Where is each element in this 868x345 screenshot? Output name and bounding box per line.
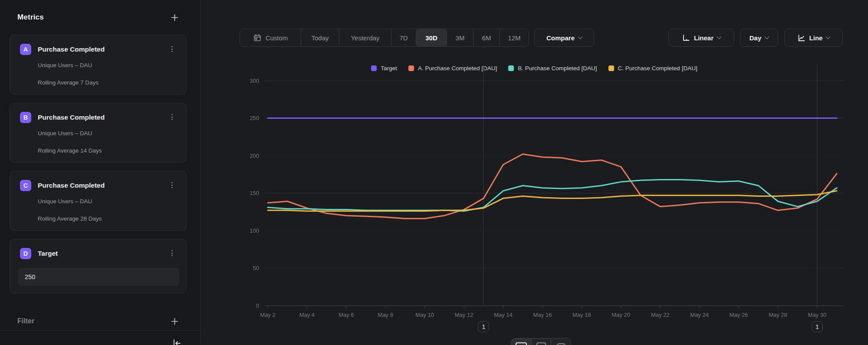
svg-text:May 18: May 18	[572, 312, 591, 318]
large-rect-icon	[516, 342, 527, 345]
filter-section-header: Filter	[17, 316, 179, 326]
small-rect-icon	[557, 343, 565, 345]
metric-badge: C	[20, 180, 31, 191]
svg-text:May 6: May 6	[339, 312, 354, 318]
metric-badge: A	[20, 44, 31, 55]
target-title: Target	[38, 250, 58, 257]
metric-measure: Unique Users – DAU	[38, 62, 92, 68]
metric-title: Purchase Completed	[38, 182, 105, 189]
metric-transform: Rolling Average 28 Days	[38, 215, 102, 222]
filter-label: Filter	[17, 317, 34, 325]
sidebar-header: Metrics	[17, 12, 179, 23]
chart-panel: Custom Today Yesterday 7D 30D 3M 6M 12M …	[201, 0, 868, 345]
metric-card-b[interactable]: B Purchase Completed Unique Users – DAU …	[10, 103, 187, 163]
chart-size-control	[511, 338, 571, 345]
target-value-input[interactable]	[18, 268, 179, 286]
svg-text:May 2: May 2	[260, 312, 275, 318]
svg-text:May 12: May 12	[455, 312, 473, 318]
metric-measure: Unique Users – DAU	[38, 130, 92, 137]
svg-text:May 8: May 8	[378, 312, 393, 318]
svg-text:May 30: May 30	[808, 312, 827, 318]
kebab-menu-icon[interactable]	[169, 181, 175, 189]
svg-text:May 26: May 26	[730, 312, 748, 318]
svg-text:May 10: May 10	[415, 312, 434, 318]
chart-size-medium-button[interactable]	[531, 338, 551, 345]
metric-card-a[interactable]: A Purchase Completed Unique Users – DAU …	[10, 35, 187, 94]
kebab-menu-icon[interactable]	[169, 45, 175, 53]
medium-rect-icon	[536, 342, 546, 345]
svg-text:May 16: May 16	[533, 312, 552, 318]
dashboard: { "colors": { "accent_purple": "#7A5AF8"…	[0, 0, 868, 345]
kebab-menu-icon[interactable]	[169, 113, 175, 121]
metric-transform: Rolling Average 14 Days	[38, 147, 102, 154]
add-metric-button[interactable]	[170, 13, 179, 22]
chart-size-large-button[interactable]	[511, 338, 531, 345]
metric-title: Purchase Completed	[38, 114, 105, 121]
svg-text:May 24: May 24	[690, 312, 709, 318]
metric-transform: Rolling Average 7 Days	[38, 79, 99, 86]
svg-text:100: 100	[250, 228, 259, 234]
plus-icon	[171, 317, 179, 325]
sidebar-divider	[0, 330, 201, 331]
metric-badge: B	[20, 112, 31, 123]
kebab-menu-icon[interactable]	[169, 249, 175, 257]
sidebar-title: Metrics	[17, 13, 44, 22]
svg-text:May 20: May 20	[612, 312, 630, 318]
metric-badge: D	[20, 248, 31, 259]
svg-text:300: 300	[250, 78, 259, 84]
svg-text:May 14: May 14	[494, 312, 513, 318]
collapse-sidebar-button[interactable]	[172, 338, 183, 345]
svg-text:150: 150	[250, 190, 259, 196]
metrics-sidebar: Metrics A Purchase Completed Unique User…	[0, 0, 201, 345]
chart-size-small-button[interactable]	[551, 338, 571, 345]
add-filter-button[interactable]	[170, 317, 179, 325]
line-chart[interactable]: 050100150200250300May 2May 4May 6May 8Ma…	[201, 0, 868, 345]
svg-text:250: 250	[250, 115, 259, 121]
svg-text:May 28: May 28	[769, 312, 787, 318]
plus-icon	[171, 13, 179, 22]
metric-title: Purchase Completed	[38, 46, 105, 53]
svg-text:May 22: May 22	[651, 312, 670, 318]
svg-text:50: 50	[253, 265, 259, 271]
svg-text:200: 200	[250, 153, 259, 159]
svg-text:May 4: May 4	[299, 312, 315, 318]
annotation-badge[interactable]: 1	[478, 321, 489, 332]
collapse-panel-left-icon	[172, 338, 182, 345]
metric-measure: Unique Users – DAU	[38, 198, 92, 205]
annotation-badge[interactable]: 1	[812, 321, 823, 332]
svg-text:0: 0	[256, 303, 259, 309]
target-card[interactable]: D Target	[10, 239, 187, 293]
metric-card-c[interactable]: C Purchase Completed Unique Users – DAU …	[10, 171, 187, 231]
